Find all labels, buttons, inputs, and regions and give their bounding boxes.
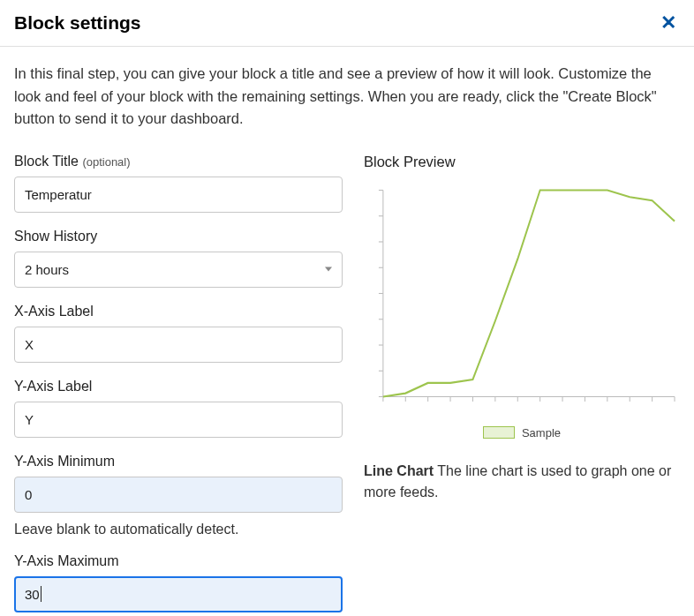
- y-axis-max-input[interactable]: 30: [14, 576, 343, 612]
- legend-swatch: [483, 426, 515, 439]
- x-axis-label-label: X-Axis Label: [14, 304, 343, 319]
- close-icon[interactable]: ✕: [657, 13, 680, 33]
- block-preview-title: Block Preview: [364, 154, 680, 170]
- y-axis-min-label: Y-Axis Minimum: [14, 454, 343, 470]
- y-axis-min-helper: Leave blank to automatically detect.: [14, 522, 343, 537]
- text-cursor: [41, 586, 41, 602]
- legend-label: Sample: [522, 426, 561, 439]
- show-history-label: Show History: [14, 229, 343, 244]
- y-axis-min-input[interactable]: [14, 477, 343, 513]
- settings-column: Block Title (optional) Show History 2 ho…: [14, 154, 343, 612]
- y-axis-max-label: Y-Axis Maximum: [14, 553, 343, 569]
- intro-text: In this final step, you can give your bl…: [14, 63, 680, 131]
- chart-preview: [364, 184, 680, 414]
- y-axis-label-label: Y-Axis Label: [14, 379, 343, 394]
- show-history-select[interactable]: 2 hours: [14, 252, 343, 288]
- line-chart-svg: [364, 184, 680, 414]
- modal-body: In this final step, you can give your bl…: [0, 47, 694, 616]
- modal-title: Block settings: [14, 12, 141, 34]
- chart-legend: Sample: [364, 426, 680, 439]
- block-title-label: Block Title (optional): [14, 154, 343, 169]
- preview-column: Block Preview Sample Line Chart The line…: [364, 154, 680, 612]
- x-axis-label-input[interactable]: [14, 327, 343, 363]
- block-title-input[interactable]: [14, 177, 343, 213]
- modal-header: Block settings ✕: [0, 0, 694, 47]
- chart-type-description: Line Chart The line chart is used to gra…: [364, 461, 680, 505]
- y-axis-label-input[interactable]: [14, 402, 343, 438]
